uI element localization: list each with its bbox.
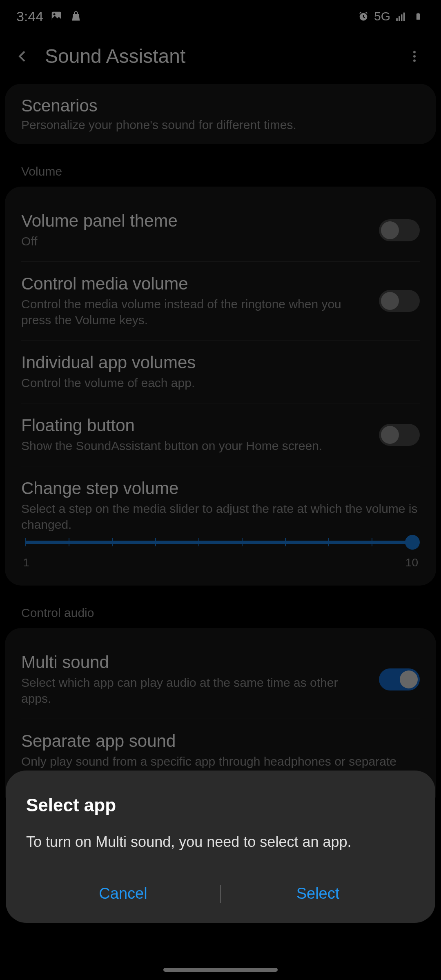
svg-point-10 [413,55,416,58]
toggle-volume-panel[interactable] [379,219,420,241]
slider-min: 1 [23,556,29,569]
alarm-icon [357,10,370,23]
slider-max: 10 [405,556,418,569]
svg-point-11 [413,59,416,62]
volume-card: Volume panel theme Off Control media vol… [5,187,436,586]
setting-floating-button[interactable]: Floating button Show the SoundAssistant … [21,403,420,466]
setting-sub: Select a step on the media slider to adj… [21,501,420,532]
dialog-message: To turn on Multi sound, you need to sele… [26,832,415,852]
app-bar: Sound Assistant [0,33,441,84]
dialog-title: Select app [26,795,415,815]
scenarios-title: Scenarios [21,96,420,116]
svg-point-9 [413,51,416,53]
back-button[interactable] [12,46,33,67]
setting-title: Individual app volumes [21,353,412,372]
setting-volume-panel[interactable]: Volume panel theme Off [21,199,420,262]
more-button[interactable] [404,46,425,67]
scenarios-card[interactable]: Scenarios Personalize your phone's sound… [5,84,436,144]
battery-icon [412,10,425,23]
setting-individual-volumes[interactable]: Individual app volumes Control the volum… [21,341,420,403]
select-button[interactable]: Select [221,877,415,911]
setting-multi-sound[interactable]: Multi sound Select which app can play au… [21,640,420,719]
shopping-icon [69,10,82,23]
setting-sub: Control the volume of each app. [21,375,412,391]
svg-rect-4 [399,16,400,21]
setting-change-step: Change step volume Select a step on the … [21,466,420,573]
toggle-floating[interactable] [379,424,420,446]
signal-icon [394,10,408,23]
svg-rect-3 [396,18,398,21]
nav-indicator[interactable] [163,968,278,972]
page-title: Sound Assistant [45,45,392,67]
svg-rect-5 [401,14,403,21]
svg-point-1 [53,13,56,16]
step-slider[interactable] [25,541,416,544]
setting-title: Separate app sound [21,731,412,751]
slider-thumb[interactable] [405,535,420,550]
setting-control-media[interactable]: Control media volume Control the media v… [21,262,420,341]
svg-rect-7 [416,13,420,20]
setting-sub: Control the media volume instead of the … [21,296,371,328]
setting-sub: Off [21,233,371,249]
section-volume: Volume [5,152,436,187]
cancel-button[interactable]: Cancel [26,877,220,911]
setting-title: Change step volume [21,479,420,498]
section-control-audio: Control audio [5,594,436,628]
select-app-dialog: Select app To turn on Multi sound, you n… [6,771,435,923]
svg-rect-8 [417,13,419,14]
toggle-control-media[interactable] [379,290,420,312]
image-icon [50,10,63,23]
svg-rect-6 [403,13,405,21]
setting-sub: Show the SoundAssistant button on your H… [21,438,371,454]
status-time: 3:44 [16,9,43,24]
toggle-multi-sound[interactable] [379,668,420,690]
setting-sub: Select which app can play audio at the s… [21,675,371,706]
setting-title: Floating button [21,416,371,435]
setting-title: Multi sound [21,653,371,672]
network-label: 5G [374,9,390,23]
scenarios-sub: Personalize your phone's sound for diffe… [21,118,420,132]
setting-title: Control media volume [21,274,371,294]
setting-title: Volume panel theme [21,211,371,231]
status-bar: 3:44 5G [0,0,441,33]
